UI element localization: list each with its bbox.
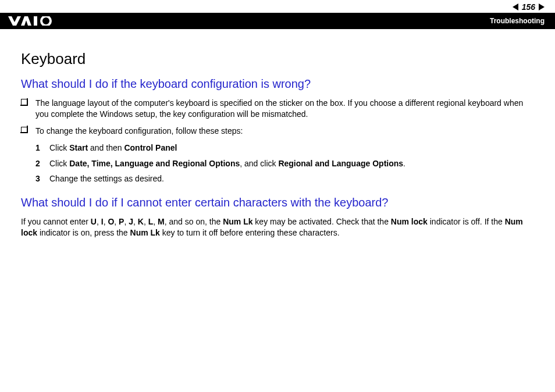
step-number: 3: [35, 173, 49, 184]
bullet-text: To change the keyboard configuration, fo…: [35, 126, 536, 137]
step-text: Change the settings as desired.: [49, 173, 536, 184]
step-number: 2: [35, 158, 49, 169]
step-number: 1: [35, 142, 49, 154]
question-heading-2: What should I do if I cannot enter certa…: [21, 196, 536, 209]
step-item: 2 Click Date, Time, Language and Regiona…: [35, 158, 536, 169]
page-nav-bar: 156: [0, 0, 555, 13]
body-paragraph: If you cannot enter U, I, O, P, J, K, L,…: [21, 216, 536, 238]
page-number: 156: [522, 2, 535, 12]
prev-page-arrow-icon[interactable]: [513, 3, 518, 10]
steps-list: 1 Click Start and then Control Panel 2 C…: [35, 142, 536, 185]
svg-rect-0: [34, 16, 37, 26]
svg-point-1: [41, 16, 51, 26]
step-text: Click Date, Time, Language and Regional …: [49, 158, 536, 169]
bullet-text: The language layout of the computer's ke…: [35, 98, 536, 120]
step-item: 1 Click Start and then Control Panel: [35, 142, 536, 154]
bullet-item: To change the keyboard configuration, fo…: [21, 126, 536, 137]
square-bullet-icon: [21, 99, 27, 105]
question-heading-1: What should I do if the keyboard configu…: [21, 77, 536, 91]
vaio-logo-icon: [8, 16, 56, 26]
page-content: Keyboard What should I do if the keyboar…: [0, 29, 555, 238]
header-bar: Troubleshooting: [0, 13, 555, 29]
section-title: Keyboard: [21, 50, 536, 68]
next-page-arrow-icon[interactable]: [539, 3, 545, 10]
step-item: 3 Change the settings as desired.: [35, 173, 536, 184]
step-text: Click Start and then Control Panel: [49, 142, 536, 154]
square-bullet-icon: [21, 127, 27, 133]
bullet-item: The language layout of the computer's ke…: [21, 98, 536, 120]
breadcrumb[interactable]: Troubleshooting: [490, 17, 545, 25]
